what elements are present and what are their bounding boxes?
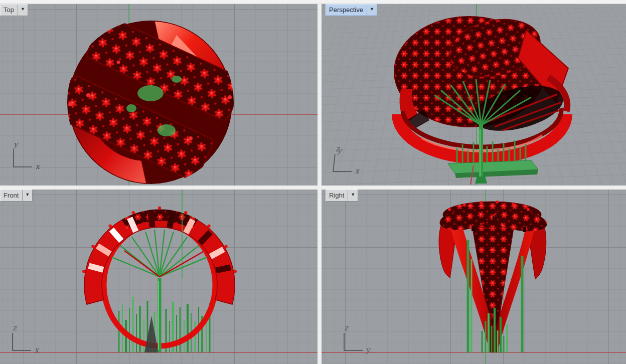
chevron-down-icon[interactable]: ▼ bbox=[18, 5, 28, 16]
viewport-tab-label: Front bbox=[1, 190, 22, 201]
axis-right-label: x bbox=[35, 346, 39, 354]
vertical-splitter[interactable] bbox=[318, 4, 322, 364]
viewport-tab-perspective[interactable]: Perspective ▼ bbox=[326, 4, 377, 16]
axis-up-label: z bbox=[344, 324, 348, 332]
viewport-grid: Top ▼ y x bbox=[0, 4, 626, 364]
chevron-down-icon[interactable]: ▼ bbox=[367, 5, 377, 16]
ring-body bbox=[54, 15, 246, 184]
axis-up-label: y bbox=[14, 141, 18, 148]
axis-indicator: z x bbox=[12, 333, 31, 351]
chevron-down-icon[interactable]: ▼ bbox=[348, 190, 358, 201]
axis-right-label: y bbox=[366, 346, 370, 354]
viewport-top[interactable]: Top ▼ y x bbox=[0, 4, 318, 186]
axis-right-label: x bbox=[36, 163, 40, 170]
viewport-front[interactable]: Front ▼ z x bbox=[0, 190, 318, 364]
viewport-tab-label: Right bbox=[326, 190, 348, 201]
viewport-perspective[interactable]: Perspective ▼ z y x bbox=[322, 4, 626, 186]
ring-model-right-view bbox=[322, 190, 626, 364]
viewport-tab-front[interactable]: Front ▼ bbox=[0, 190, 33, 202]
axis-right-label: x bbox=[355, 167, 360, 175]
ring-model-front-view bbox=[0, 190, 318, 364]
viewport-tab-top[interactable]: Top ▼ bbox=[0, 4, 28, 16]
axis-indicator: y x bbox=[13, 149, 32, 167]
axis-indicator: z y bbox=[344, 333, 363, 351]
red-strut bbox=[124, 251, 160, 277]
horizontal-splitter-right[interactable] bbox=[322, 186, 626, 190]
viewport-right[interactable]: Right ▼ z y bbox=[322, 190, 626, 364]
dark-cone bbox=[144, 316, 159, 352]
viewport-tab-label: Perspective bbox=[326, 5, 367, 16]
axis-indicator: z y x bbox=[333, 154, 354, 172]
window-top-strip bbox=[0, 0, 626, 4]
ring-model-perspective-view bbox=[322, 4, 626, 186]
viewport-tab-right[interactable]: Right ▼ bbox=[326, 190, 358, 202]
chevron-down-icon[interactable]: ▼ bbox=[22, 190, 32, 201]
viewport-tab-label: Top bbox=[1, 5, 18, 16]
axis-up-label: z bbox=[13, 324, 17, 332]
ring-model-top-view bbox=[0, 4, 318, 186]
axis-up-overlap-label: y bbox=[337, 147, 342, 155]
ring-funnel bbox=[438, 201, 549, 352]
horizontal-splitter-left[interactable] bbox=[0, 186, 318, 190]
app-window: Top ▼ y x bbox=[0, 0, 626, 364]
